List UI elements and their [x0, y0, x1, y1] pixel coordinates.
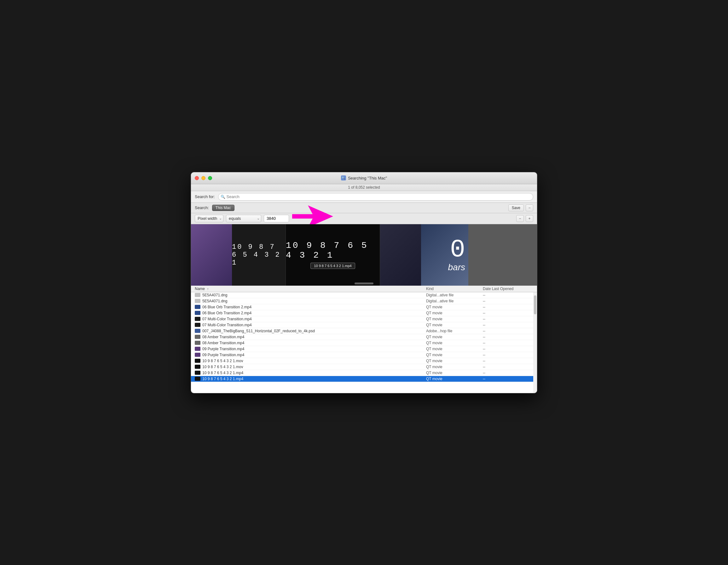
filter-minus-button[interactable]: − — [516, 215, 524, 222]
file-kind: QT movie — [426, 323, 483, 327]
file-kind: QT movie — [426, 377, 483, 381]
filter-plus-icon: + — [528, 216, 530, 221]
table-row[interactable]: 09 Purple Transition.mp4QT movie-- — [191, 346, 537, 352]
file-name: 5E5A4071.dng — [202, 293, 227, 297]
thumb-countdown-center: 10 9 8 7 6 5 4 3 2 1 10 9 8 7 6 5 4 3 2 … — [286, 224, 380, 285]
filter-actions: − + — [516, 215, 533, 222]
table-row[interactable]: 5E5A4071.dngDigital...ative file-- — [191, 292, 537, 298]
file-list-header: Name ↑ Kind Date Last Opened — [191, 285, 537, 292]
table-row[interactable]: 09 Purple Transition.mp4QT movie-- — [191, 352, 537, 358]
filter-value-container — [264, 215, 289, 222]
table-row[interactable]: 07 Multi-Color Transition.mp4QT movie-- — [191, 322, 537, 328]
big-zero-text: 0 — [450, 237, 465, 262]
file-type-icon — [195, 359, 200, 363]
minimize-button[interactable] — [201, 176, 205, 180]
file-kind: QT movie — [426, 371, 483, 375]
col-header-name[interactable]: Name ↑ — [195, 286, 426, 291]
file-icon — [195, 335, 200, 339]
col-header-date[interactable]: Date Last Opened — [483, 286, 533, 291]
file-icon — [195, 347, 200, 351]
file-icon — [195, 293, 200, 297]
file-icon — [195, 329, 200, 333]
table-row[interactable]: 08 Amber Transition.mp4QT movie-- — [191, 334, 537, 340]
table-row[interactable]: 10 9 8 7 6 5 4 3 2 1.mp4QT movie-- — [191, 370, 537, 376]
file-kind: QT movie — [426, 311, 483, 315]
file-type-icon — [195, 299, 200, 303]
table-row[interactable]: 06 Blue Orb Transition 2.mp4QT movie-- — [191, 310, 537, 316]
thumb-countdown-side: 10 9 8 7 6 5 4 3 2 1 — [232, 224, 286, 285]
file-name-cell: 07 Multi-Color Transition.mp4 — [195, 323, 426, 327]
file-icon — [195, 377, 200, 381]
file-icon — [195, 341, 200, 345]
file-name-cell: 06 Blue Orb Transition 2.mp4 — [195, 305, 426, 309]
bars-text: bars — [448, 262, 465, 273]
minus-icon: − — [528, 206, 530, 210]
col-kind-label: Kind — [426, 286, 434, 291]
finder-window: 🔍 Searching "This Mac" 1 of 8,052 select… — [191, 172, 537, 393]
file-name: 06 Blue Orb Transition 2.mp4 — [202, 305, 251, 309]
minus-button[interactable]: − — [526, 205, 533, 211]
file-icon — [195, 359, 200, 363]
file-kind: QT movie — [426, 347, 483, 351]
table-row[interactable]: 007_J4088_TheBigBang_S11_Horizontal_02F_… — [191, 328, 537, 334]
scope-right: Save − — [508, 205, 533, 211]
file-date: -- — [483, 323, 533, 327]
table-row[interactable]: 10 9 8 7 6 5 4 3 2 1.mp4QT movie-- — [191, 376, 537, 382]
operator-select[interactable]: equals doesn't equal is less than is gre… — [226, 215, 261, 222]
file-type-icon — [195, 347, 200, 351]
scrollbar-track — [533, 292, 537, 393]
col-header-kind[interactable]: Kind — [426, 286, 483, 291]
file-name-cell: 09 Purple Transition.mp4 — [195, 347, 426, 351]
table-row[interactable]: 06 Blue Orb Transition 2.mp4QT movie-- — [191, 304, 537, 310]
file-type-icon — [195, 305, 200, 309]
filter-value-input[interactable] — [264, 215, 289, 222]
table-row[interactable]: 5E5A4071.dngDigital...ative file-- — [191, 298, 537, 304]
scrollbar-knob[interactable] — [534, 295, 536, 314]
file-name-cell: 09 Purple Transition.mp4 — [195, 353, 426, 357]
table-row[interactable]: 10 9 8 7 6 5 4 3 2 1.movQT movie-- — [191, 358, 537, 364]
file-name-cell: 08 Amber Transition.mp4 — [195, 341, 426, 345]
filter-plus-button[interactable]: + — [526, 215, 533, 222]
file-kind: Digital...ative file — [426, 299, 483, 303]
col-date-label: Date Last Opened — [483, 286, 513, 291]
file-name-cell: 10 9 8 7 6 5 4 3 2 1.mp4 — [195, 371, 426, 375]
file-date: -- — [483, 293, 533, 297]
thumb-purple — [191, 224, 232, 285]
file-name: 10 9 8 7 6 5 4 3 2 1.mp4 — [202, 371, 243, 375]
preview-scrollbar[interactable] — [355, 282, 373, 284]
criterion-select-wrapper: Pixel width Name Date Size Kind — [195, 215, 223, 222]
table-row[interactable]: 08 Amber Transition.mp4QT movie-- — [191, 340, 537, 346]
table-row[interactable]: 10 9 8 7 6 5 4 3 2 1.movQT movie-- — [191, 364, 537, 370]
file-icon — [195, 371, 200, 375]
close-button[interactable] — [195, 176, 199, 180]
file-kind: QT movie — [426, 353, 483, 357]
file-name-cell: 06 Blue Orb Transition 2.mp4 — [195, 311, 426, 315]
file-name: 06 Blue Orb Transition 2.mp4 — [202, 311, 251, 315]
save-button[interactable]: Save — [508, 205, 524, 211]
file-type-icon — [195, 353, 200, 357]
file-type-icon — [195, 317, 200, 321]
file-kind: QT movie — [426, 305, 483, 309]
file-type-icon — [195, 293, 200, 297]
file-icon — [195, 317, 200, 321]
search-input[interactable] — [218, 193, 533, 201]
countdown-side-text: 10 9 8 7 6 5 4 3 2 1 — [232, 243, 286, 267]
search-toolbar: Search for: 🔍 — [191, 191, 537, 203]
this-mac-button[interactable]: This Mac — [212, 205, 234, 211]
file-name: 08 Amber Transition.mp4 — [202, 341, 244, 345]
file-name-cell: 08 Amber Transition.mp4 — [195, 335, 426, 339]
table-row[interactable]: 07 Multi-Color Transition.mp4QT movie-- — [191, 316, 537, 322]
file-name-cell: 5E5A4071.dng — [195, 293, 426, 297]
maximize-button[interactable] — [208, 176, 212, 180]
finder-icon: 🔍 — [341, 176, 346, 181]
criterion-select[interactable]: Pixel width Name Date Size Kind — [195, 215, 223, 222]
file-date: -- — [483, 377, 533, 381]
file-kind: QT movie — [426, 335, 483, 339]
file-kind: QT movie — [426, 341, 483, 345]
file-name: 08 Amber Transition.mp4 — [202, 335, 244, 339]
traffic-lights — [195, 176, 212, 180]
file-name: 07 Multi-Color Transition.mp4 — [202, 317, 252, 321]
file-date: -- — [483, 299, 533, 303]
file-icon — [195, 299, 200, 303]
file-name-cell: 10 9 8 7 6 5 4 3 2 1.mp4 — [195, 377, 426, 381]
